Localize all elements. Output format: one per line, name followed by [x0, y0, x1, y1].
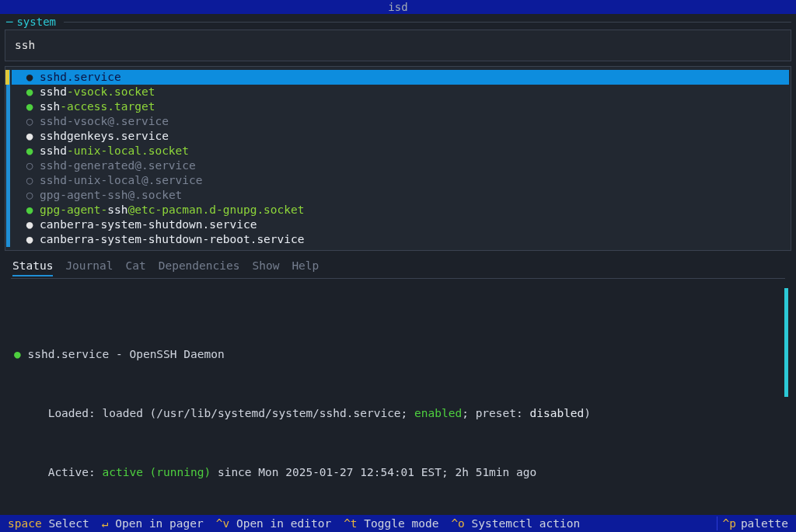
tab-show[interactable]: Show	[252, 259, 279, 276]
unit-text: utdown.service	[162, 217, 257, 232]
app-title: isd	[388, 1, 407, 13]
unit-text: sh	[148, 232, 162, 247]
unit-row[interactable]: ○gpg-agent-ssh@.socket	[12, 188, 789, 203]
circle-filled-icon: ●	[24, 99, 35, 114]
status-pane: ● sshd.service - OpenSSH Daemon Loaded: …	[5, 283, 791, 532]
unit-text: canberra-	[40, 217, 101, 232]
status-dot-icon: ●	[14, 348, 21, 360]
unit-text: sshd	[40, 129, 67, 144]
unit-text: -unix-local@.service	[67, 173, 203, 188]
frame-label: ─ system	[6, 16, 791, 28]
unit-text: -vsock@.service	[67, 114, 169, 129]
status-name: sshd.service	[27, 348, 109, 360]
tab-help[interactable]: Help	[292, 259, 319, 276]
unit-text: sshd	[40, 85, 67, 99]
circle-hollow-icon: ○	[24, 114, 35, 129]
unit-text: .service	[67, 70, 121, 85]
title-bar: isd	[0, 0, 796, 14]
circle-filled-icon: ●	[24, 217, 35, 232]
unit-text: genkeys.service	[67, 129, 169, 144]
footer-hint[interactable]: ^t Toggle mode	[344, 516, 438, 531]
key-label: Open in editor	[229, 517, 331, 530]
unit-row[interactable]: ○sshd-generated@.service	[12, 158, 789, 173]
unit-row[interactable]: ●sshd.service	[12, 70, 789, 85]
scrollbar-icon	[6, 70, 10, 247]
circle-filled-icon: ●	[24, 232, 35, 247]
unit-text: canberra-	[40, 232, 101, 247]
circle-filled-icon: ●	[24, 144, 35, 158]
selection-accent-icon	[5, 70, 9, 85]
unit-row[interactable]: ●sshd-vsock.socket	[12, 85, 789, 99]
unit-text: utdown-reboot.service	[162, 232, 304, 247]
tabs-underline-icon	[11, 278, 785, 279]
circle-filled-icon: ●	[24, 203, 35, 217]
tab-status[interactable]: Status	[12, 259, 53, 276]
footer-bar: space Select↵ Open in pager^v Open in ed…	[0, 515, 796, 532]
key-label: palette	[741, 516, 788, 531]
unit-text: -vsock.socket	[67, 85, 155, 99]
unit-text: @.socket	[128, 188, 183, 203]
circle-hollow-icon: ○	[24, 188, 35, 203]
unit-text: s	[101, 217, 108, 232]
unit-row[interactable]: ○sshd-unix-local@.service	[12, 173, 789, 188]
tab-journal[interactable]: Journal	[65, 259, 113, 276]
tabs-row: StatusJournalCatDependenciesShowHelp	[5, 251, 791, 278]
footer-hint[interactable]: ^o Systemctl action	[451, 516, 580, 531]
unit-text: sshd	[40, 144, 67, 158]
unit-row[interactable]: ●sshd-unix-local.socket	[12, 144, 789, 158]
main-frame: ─ system ssh ●sshd.service●sshd-vsock.so…	[0, 16, 796, 532]
key-label: Toggle mode	[358, 517, 439, 530]
unit-text: ssh	[107, 188, 127, 203]
unit-row[interactable]: ○sshd-vsock@.service	[12, 114, 789, 129]
key-label: Select	[42, 517, 89, 530]
unit-row[interactable]: ●canberra-system-shutdown-reboot.service	[12, 232, 789, 247]
unit-row[interactable]: ●gpg-agent-ssh@etc-pacman.d-gnupg.socket	[12, 203, 789, 217]
search-input[interactable]: ssh	[5, 30, 791, 61]
tab-dependencies[interactable]: Dependencies	[159, 259, 240, 276]
footer-right[interactable]: ^p palette	[717, 516, 788, 531]
unit-row[interactable]: ●ssh-access.target	[12, 99, 789, 114]
frame-rule-icon	[64, 22, 791, 23]
unit-text: -access.target	[60, 99, 155, 114]
unit-text: -generated@.service	[67, 158, 196, 173]
unit-text: sh	[148, 217, 162, 232]
footer-hint[interactable]: ^v Open in editor	[216, 516, 331, 531]
key-hint: ^t	[344, 517, 357, 530]
key-hint: ^v	[216, 517, 229, 530]
footer-hint[interactable]: space Select	[8, 516, 89, 531]
status-desc: OpenSSH Daemon	[129, 348, 224, 360]
frame-dash-icon: ─	[6, 16, 12, 28]
circle-filled-icon: ●	[24, 85, 35, 99]
unit-row[interactable]: ●canberra-system-shutdown.service	[12, 217, 789, 232]
separator-icon	[717, 516, 717, 530]
unit-list[interactable]: ●sshd.service●sshd-vsock.socket●ssh-acce…	[5, 66, 791, 251]
unit-text: @etc-pacman.d-gnupg.socket	[128, 203, 305, 217]
unit-text: -unix-local.socket	[67, 144, 189, 158]
unit-text: ystem-	[107, 217, 148, 232]
key-label: Systemctl action	[465, 517, 580, 530]
unit-row[interactable]: ●sshdgenkeys.service	[12, 129, 789, 144]
unit-text: ystem-	[107, 232, 148, 247]
unit-text: ssh	[40, 99, 60, 114]
status-active: Active: active (running) since Mon 2025-…	[14, 465, 784, 480]
key-hint: space	[8, 517, 42, 530]
key-hint: ↵	[102, 517, 109, 530]
frame-label-text: system	[16, 16, 56, 28]
search-panel: ssh	[5, 30, 791, 61]
key-hint: ^o	[451, 517, 464, 530]
footer-hint[interactable]: ↵ Open in pager	[102, 516, 204, 531]
unit-text: gpg-agent-	[40, 188, 107, 203]
unit-text: gpg-agent-	[40, 203, 107, 217]
unit-text: ssh	[107, 203, 127, 217]
circle-hollow-icon: ○	[24, 158, 35, 173]
circle-filled-icon: ●	[24, 129, 35, 144]
unit-text: s	[101, 232, 108, 247]
unit-text: sshd	[40, 114, 67, 129]
circle-hollow-icon: ○	[24, 173, 35, 188]
unit-text: sshd	[40, 70, 67, 85]
tab-cat[interactable]: Cat	[126, 259, 146, 276]
key-hint: ^p	[722, 516, 735, 531]
status-header: ● sshd.service - OpenSSH Daemon	[14, 347, 784, 362]
unit-text: sshd	[40, 173, 67, 188]
status-loaded: Loaded: loaded (/usr/lib/systemd/system/…	[14, 406, 784, 421]
